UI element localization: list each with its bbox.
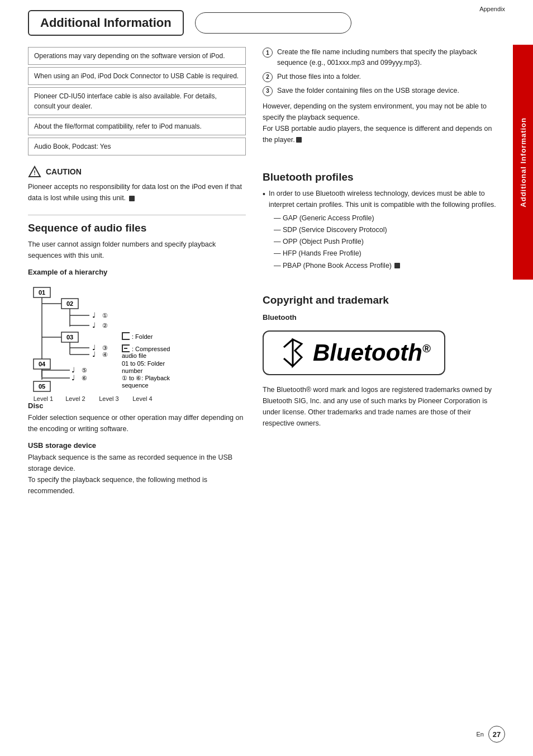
- svg-marker-50: [293, 339, 302, 366]
- svg-text:audio file: audio file: [122, 352, 146, 359]
- svg-line-52: [284, 358, 293, 366]
- svg-rect-40: [122, 344, 123, 352]
- hierarchy-diagram: 01 02 ♩ ① ♩ ② 03: [28, 282, 246, 394]
- bluetooth-profiles-heading: Bluetooth profiles: [263, 171, 499, 183]
- header-oval: [195, 12, 351, 34]
- page-number: 27: [488, 726, 505, 743]
- svg-text:!: !: [34, 169, 36, 176]
- info-box-3: Pioneer CD-IU50 interface cable is also …: [28, 87, 246, 115]
- svg-line-51: [284, 339, 293, 347]
- side-tab: Additional Information: [513, 45, 533, 280]
- bullet-dot: •: [263, 188, 265, 210]
- copyright-heading: Copyright and trademark: [263, 294, 499, 306]
- svg-rect-37: [122, 332, 130, 333]
- footer: En 27: [477, 726, 505, 743]
- left-divider: [28, 215, 246, 215]
- main-content: Operations may vary depending on the sof…: [0, 47, 533, 500]
- title-box: Additional Information: [28, 10, 184, 36]
- caution-text: Pioneer accepts no responsibility for da…: [28, 181, 246, 204]
- caution-title: ! CAUTION: [28, 166, 246, 178]
- svg-text:♩: ♩: [92, 311, 96, 319]
- svg-rect-38: [122, 339, 130, 340]
- bluetooth-logo-box: Bluetooth®: [263, 330, 445, 375]
- svg-text:05: 05: [39, 383, 45, 390]
- stop-mark-2: [296, 137, 302, 143]
- bluetooth-logo: Bluetooth®: [263, 330, 499, 375]
- stop-mark-3: [394, 263, 400, 268]
- sequence-heading: Sequence of audio files: [28, 222, 246, 234]
- left-column: Operations may vary depending on the sof…: [28, 47, 246, 500]
- svg-text:sequence: sequence: [122, 382, 149, 389]
- profile-gap: GAP (Generic Access Profile): [274, 212, 499, 224]
- disc-heading: Disc: [28, 401, 246, 410]
- appendix-label: Appendix: [479, 6, 505, 12]
- svg-text:②: ②: [102, 322, 108, 329]
- svg-text:♩: ♩: [72, 366, 75, 374]
- numbered-item-2: 2 Put those files into a folder.: [263, 72, 499, 82]
- disc-text: Folder selection sequence or other opera…: [28, 412, 246, 434]
- svg-text:: Folder: : Folder: [132, 333, 153, 340]
- svg-text:①: ①: [102, 312, 108, 319]
- svg-text:04: 04: [39, 361, 46, 367]
- svg-rect-41: [122, 344, 130, 346]
- bluetooth-wordmark: Bluetooth®: [313, 339, 431, 366]
- info-box-4: About the file/format compatibility, ref…: [28, 117, 246, 135]
- svg-text:02: 02: [66, 300, 73, 307]
- svg-text:④: ④: [102, 351, 108, 358]
- numbered-item-3: 3 Save the folder containing files on th…: [263, 86, 499, 96]
- svg-text:⑥: ⑥: [82, 375, 87, 381]
- svg-text:① to ⑥: Playback: ① to ⑥: Playback: [122, 375, 170, 381]
- profile-pbap: PBAP (Phone Book Access Profile): [274, 260, 499, 272]
- header-area: Additional Information: [0, 0, 533, 36]
- info-box-5: Audio Book, Podcast: Yes: [28, 138, 246, 155]
- bluetooth-symbol-icon: [277, 337, 308, 368]
- after-items-text: However, depending on the system environ…: [263, 101, 499, 145]
- svg-rect-43: [124, 348, 127, 349]
- svg-text:♩: ♩: [92, 350, 96, 358]
- svg-rect-36: [122, 332, 123, 340]
- stop-mark: [129, 196, 135, 201]
- info-box-1: Operations may vary depending on the sof…: [28, 47, 246, 65]
- hierarchy-svg: 01 02 ♩ ① ♩ ② 03: [28, 282, 229, 399]
- page-title: Additional Information: [40, 16, 172, 30]
- warning-icon: !: [28, 166, 41, 178]
- profile-sdp: SDP (Service Discovery Protocol): [274, 224, 499, 236]
- sequence-intro: The user cannot assign folder numbers an…: [28, 239, 246, 261]
- right-column: 1 Create the file name including numbers…: [263, 47, 505, 500]
- profile-hfp: HFP (Hands Free Profile): [274, 248, 499, 259]
- bluetooth-intro-bullet: • In order to use Bluetooth wireless tec…: [263, 188, 499, 210]
- footer-lang: En: [477, 731, 484, 738]
- profile-opp: OPP (Object Push Profile): [274, 236, 499, 248]
- hierarchy-label: Example of a hierarchy: [28, 268, 246, 276]
- numbered-item-1: 1 Create the file name including numbers…: [263, 47, 499, 68]
- usb-text: Playback sequence is the same as recorde…: [28, 452, 246, 497]
- info-box-2: When using an iPod, iPod Dock Connector …: [28, 67, 246, 85]
- num-2: 2: [263, 72, 273, 82]
- svg-text:03: 03: [66, 334, 73, 341]
- svg-text:♩: ♩: [72, 374, 75, 382]
- svg-text:⑤: ⑤: [82, 367, 87, 374]
- caution-section: ! CAUTION Pioneer accepts no responsibil…: [28, 166, 246, 204]
- usb-heading: USB storage device: [28, 441, 246, 450]
- num-3: 3: [263, 86, 273, 96]
- svg-text:: Compressed: : Compressed: [132, 346, 170, 352]
- svg-text:③: ③: [102, 344, 108, 351]
- bluetooth-subheading: Bluetooth: [263, 313, 499, 322]
- svg-text:01: 01: [39, 289, 45, 296]
- svg-text:number: number: [122, 367, 143, 374]
- svg-text:♩: ♩: [92, 321, 96, 329]
- num-1: 1: [263, 48, 273, 58]
- side-tab-text: Additional Information: [519, 117, 527, 207]
- bluetooth-description: The Bluetooth® word mark and logos are r…: [263, 384, 499, 429]
- svg-text:01 to 05: Folder: 01 to 05: Folder: [122, 360, 165, 367]
